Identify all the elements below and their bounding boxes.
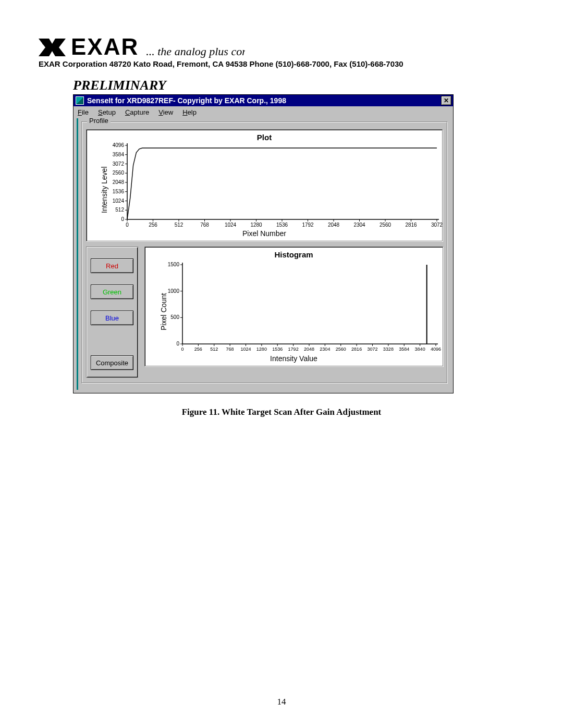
svg-text:2304: 2304 bbox=[353, 222, 365, 228]
svg-text:0: 0 bbox=[121, 216, 124, 222]
histogram-chart: Histogram Pixel Count 050010001500025651… bbox=[144, 246, 443, 366]
plot-title: Plot bbox=[87, 133, 442, 142]
svg-text:3072: 3072 bbox=[113, 161, 125, 167]
red-button[interactable]: Red bbox=[91, 258, 133, 273]
address-line: EXAR Corporation 48720 Kato Road, Fremon… bbox=[39, 59, 524, 68]
histogram-svg: 0500100015000256512768102412801536179220… bbox=[145, 247, 442, 367]
svg-text:1280: 1280 bbox=[256, 347, 267, 352]
histogram-xlabel: Intensity Value bbox=[145, 354, 443, 363]
figure-caption: Figure 11. White Target Scan After Gain … bbox=[39, 407, 524, 417]
logo-text: EXAR bbox=[71, 35, 139, 58]
menubar: File Setup Capture View Help bbox=[74, 106, 453, 118]
svg-text:0: 0 bbox=[181, 347, 183, 352]
document-page: EXAR ... the analog plus compa EXAR Corp… bbox=[0, 0, 563, 728]
client-area: Profile Plot Intensity Level 05121024153… bbox=[77, 118, 451, 390]
profile-group: Profile Plot Intensity Level 05121024153… bbox=[81, 121, 448, 384]
channel-buttons: Red Green Blue Composite bbox=[86, 246, 138, 378]
svg-text:512: 512 bbox=[175, 222, 183, 228]
section-heading: PRELIMINARY bbox=[73, 78, 524, 93]
svg-text:512: 512 bbox=[210, 347, 218, 352]
svg-point-0 bbox=[42, 41, 46, 45]
svg-text:3072: 3072 bbox=[431, 222, 443, 228]
svg-text:2048: 2048 bbox=[113, 179, 125, 185]
svg-text:2560: 2560 bbox=[336, 347, 346, 352]
blue-button[interactable]: Blue bbox=[91, 311, 133, 325]
bottom-row: Red Green Blue Composite Histogram Pixel… bbox=[86, 246, 443, 378]
close-icon[interactable]: ✕ bbox=[441, 96, 451, 105]
group-label: Profile bbox=[87, 117, 111, 125]
menu-capture[interactable]: Capture bbox=[125, 108, 149, 116]
svg-text:256: 256 bbox=[149, 222, 157, 228]
tagline: ... the analog plus compa bbox=[146, 45, 245, 58]
svg-text:4096: 4096 bbox=[113, 142, 125, 148]
svg-text:0: 0 bbox=[126, 222, 129, 228]
svg-text:3584: 3584 bbox=[113, 152, 125, 157]
svg-text:2816: 2816 bbox=[405, 222, 417, 228]
svg-text:768: 768 bbox=[226, 347, 234, 352]
titlebar: SenseIt for XRD9827REF- Copyright by EXA… bbox=[74, 95, 453, 106]
histogram-title: Histogram bbox=[145, 250, 443, 259]
svg-text:2048: 2048 bbox=[304, 347, 314, 352]
svg-text:1500: 1500 bbox=[168, 262, 180, 267]
svg-text:2048: 2048 bbox=[328, 222, 340, 228]
svg-rect-91 bbox=[426, 265, 427, 344]
svg-text:768: 768 bbox=[200, 222, 209, 228]
svg-text:3584: 3584 bbox=[399, 347, 409, 352]
svg-text:3072: 3072 bbox=[367, 347, 377, 352]
svg-text:1024: 1024 bbox=[240, 347, 251, 352]
svg-text:3328: 3328 bbox=[383, 347, 394, 352]
svg-text:3840: 3840 bbox=[415, 347, 425, 352]
svg-text:1280: 1280 bbox=[250, 222, 262, 228]
svg-text:0: 0 bbox=[176, 341, 179, 347]
menu-setup[interactable]: Setup bbox=[98, 108, 116, 116]
composite-button[interactable]: Composite bbox=[91, 355, 133, 370]
letterhead: EXAR ... the analog plus compa bbox=[39, 35, 524, 58]
svg-text:2560: 2560 bbox=[113, 170, 125, 176]
plot-xlabel: Pixel Number bbox=[87, 229, 442, 238]
window-title: SenseIt for XRD9827REF- Copyright by EXA… bbox=[87, 96, 286, 105]
histogram-ylabel: Pixel Count bbox=[160, 293, 168, 330]
svg-text:1792: 1792 bbox=[288, 347, 299, 352]
app-window: SenseIt for XRD9827REF- Copyright by EXA… bbox=[73, 94, 454, 393]
green-button[interactable]: Green bbox=[91, 285, 133, 299]
svg-text:2816: 2816 bbox=[351, 347, 362, 352]
svg-text:1024: 1024 bbox=[225, 222, 237, 228]
menu-help[interactable]: Help bbox=[182, 108, 197, 116]
svg-text:1792: 1792 bbox=[302, 222, 314, 228]
plot-ylabel: Intensity Level bbox=[100, 167, 108, 214]
svg-text:512: 512 bbox=[115, 207, 124, 213]
svg-text:500: 500 bbox=[170, 314, 179, 320]
plot-svg: 0512102415362048256030723584409602565127… bbox=[87, 130, 443, 242]
menu-file[interactable]: File bbox=[78, 108, 89, 116]
svg-text:4096: 4096 bbox=[431, 347, 441, 352]
exar-logo-icon bbox=[39, 39, 66, 58]
svg-text:2304: 2304 bbox=[320, 347, 330, 352]
svg-text:256: 256 bbox=[194, 347, 202, 352]
svg-text:1024: 1024 bbox=[113, 198, 125, 204]
app-icon bbox=[76, 96, 84, 105]
svg-text:2560: 2560 bbox=[380, 222, 391, 228]
menu-view[interactable]: View bbox=[158, 108, 173, 116]
svg-text:1536: 1536 bbox=[113, 189, 125, 194]
plot-chart: Plot Intensity Level 0512102415362048256… bbox=[86, 129, 443, 241]
svg-text:1000: 1000 bbox=[168, 288, 180, 294]
svg-text:1536: 1536 bbox=[276, 222, 288, 228]
page-number: 14 bbox=[0, 697, 563, 707]
svg-text:1536: 1536 bbox=[272, 347, 283, 352]
